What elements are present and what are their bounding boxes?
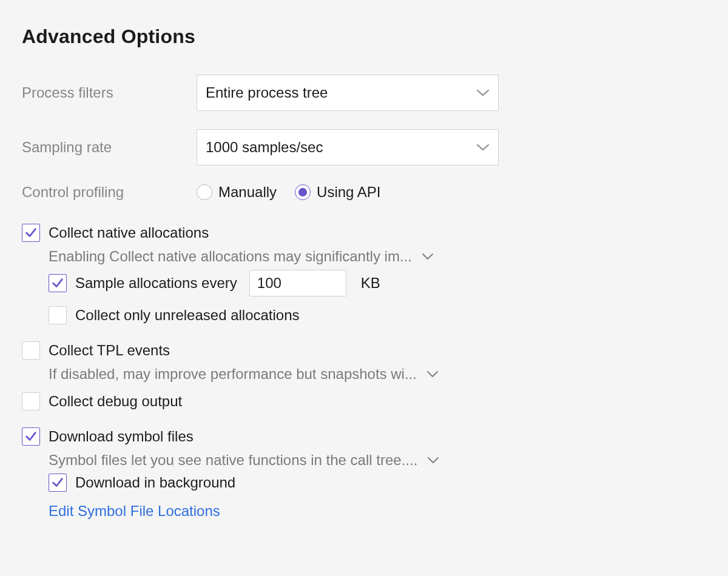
control-profiling-radios: Manually Using API [197,184,380,201]
control-profiling-label: Control profiling [22,184,197,201]
process-filters-row: Process filters Entire process tree [22,75,706,111]
checkbox-collect-native[interactable] [22,224,40,242]
option-collect-native: Collect native allocations Enabling Coll… [22,224,706,324]
collect-tpl-desc: If disabled, may improve performance but… [49,366,417,383]
edit-symbol-locations-link[interactable]: Edit Symbol File Locations [49,503,220,520]
options-list: Collect native allocations Enabling Coll… [22,224,706,520]
radio-circle-icon [295,184,311,200]
checkbox-sample-allocations[interactable] [49,274,67,292]
sampling-rate-value: 1000 samples/sec [206,139,323,156]
sampling-rate-row: Sampling rate 1000 samples/sec [22,129,706,166]
download-background-row: Download in background [49,474,706,492]
sample-allocations-input[interactable] [249,270,346,296]
collect-native-label: Collect native allocations [49,224,209,241]
checkbox-collect-tpl[interactable] [22,341,40,360]
chevron-down-icon [476,143,490,152]
sample-allocations-unit: KB [361,275,380,292]
download-background-label: Download in background [75,474,235,491]
option-collect-debug: Collect debug output [22,392,706,410]
check-icon [24,226,38,239]
radio-manually[interactable]: Manually [197,184,277,201]
process-filters-label: Process filters [22,84,197,101]
sample-allocations-label: Sample allocations every [75,275,237,292]
sampling-rate-select[interactable]: 1000 samples/sec [197,129,499,166]
download-symbols-desc: Symbol files let you see native function… [49,452,417,469]
only-unreleased-label: Collect only unreleased allocations [75,307,300,324]
check-icon [51,476,64,489]
checkbox-download-symbols[interactable] [22,427,40,446]
expand-collect-native[interactable] [422,253,434,261]
chevron-down-icon [427,457,439,464]
only-unreleased-row: Collect only unreleased allocations [49,306,706,324]
chevron-down-icon [422,253,434,261]
option-download-symbols: Download symbol files Symbol files let y… [22,427,706,520]
checkbox-collect-debug[interactable] [22,392,40,410]
checkbox-download-background[interactable] [49,474,67,492]
expand-download-symbols[interactable] [427,457,439,464]
process-filters-value: Entire process tree [206,84,328,101]
option-collect-tpl: Collect TPL events If disabled, may impr… [22,341,706,383]
radio-manually-label: Manually [218,184,277,201]
download-symbols-label: Download symbol files [49,428,194,445]
control-profiling-row: Control profiling Manually Using API [22,184,706,201]
section-title: Advanced Options [22,25,706,48]
radio-using-api-label: Using API [317,184,380,201]
expand-collect-tpl[interactable] [426,370,439,378]
radio-using-api[interactable]: Using API [295,184,380,201]
collect-tpl-label: Collect TPL events [49,342,170,359]
checkbox-only-unreleased[interactable] [49,306,67,324]
collect-debug-label: Collect debug output [49,393,182,410]
check-icon [51,276,64,290]
chevron-down-icon [476,89,490,97]
advanced-options-panel: Advanced Options Process filters Entire … [0,0,728,520]
process-filters-select[interactable]: Entire process tree [197,75,499,111]
collect-native-desc: Enabling Collect native allocations may … [49,248,412,265]
sampling-rate-label: Sampling rate [22,139,197,156]
radio-circle-icon [197,184,212,200]
chevron-down-icon [426,370,439,378]
sample-allocations-row: Sample allocations every KB [49,270,706,296]
check-icon [24,430,38,443]
